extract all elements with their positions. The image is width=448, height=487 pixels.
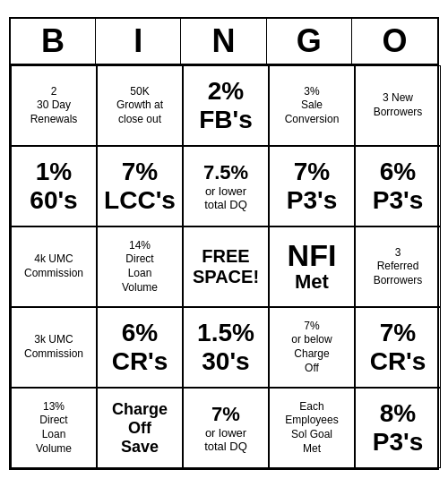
- bingo-cell-r5c4: EachEmployeesSol GoalMet: [269, 388, 355, 468]
- bingo-cell-r2c4: 7%P3's: [269, 146, 355, 226]
- bingo-cell-r1c1: 230 DayRenewals: [11, 65, 97, 146]
- bingo-cell-r4c2: 6%CR's: [97, 307, 183, 388]
- bingo-cell-r4c4: 7%or belowChargeOff: [269, 307, 355, 388]
- bingo-cell-r2c1: 1%60's: [11, 146, 97, 226]
- bingo-cell-r2c2: 7%LCC's: [97, 146, 183, 226]
- header-letter: O: [352, 19, 437, 64]
- bingo-grid: 230 DayRenewals50KGrowth atclose out2%FB…: [11, 65, 437, 468]
- bingo-cell-r1c4: 3%SaleConversion: [269, 65, 355, 146]
- bingo-header: BINGO: [11, 19, 437, 65]
- bingo-cell-r5c3: 7%or lowertotal DQ: [183, 388, 269, 468]
- header-letter: N: [181, 19, 266, 64]
- bingo-cell-r4c1: 3k UMCCommission: [11, 307, 97, 388]
- bingo-cell-r3c2: 14%DirectLoanVolume: [97, 226, 183, 307]
- bingo-cell-r5c1: 13%DirectLoanVolume: [11, 388, 97, 468]
- bingo-cell-r4c3: 1.5%30's: [183, 307, 269, 388]
- bingo-cell-r2c5: 6%P3's: [355, 146, 441, 226]
- header-letter: B: [11, 19, 96, 64]
- bingo-cell-r3c3: FREESPACE!: [183, 226, 269, 307]
- header-letter: G: [267, 19, 352, 64]
- bingo-cell-r3c4: NFIMet: [269, 226, 355, 307]
- bingo-cell-r1c3: 2%FB's: [183, 65, 269, 146]
- bingo-cell-r1c5: 3 NewBorrowers: [355, 65, 441, 146]
- bingo-cell-r3c5: 3ReferredBorrowers: [355, 226, 441, 307]
- bingo-cell-r2c3: 7.5%or lowertotal DQ: [183, 146, 269, 226]
- bingo-card: BINGO 230 DayRenewals50KGrowth atclose o…: [9, 17, 439, 470]
- header-letter: I: [96, 19, 181, 64]
- bingo-cell-r4c5: 7%CR's: [355, 307, 441, 388]
- bingo-cell-r1c2: 50KGrowth atclose out: [97, 65, 183, 146]
- bingo-cell-r3c1: 4k UMCCommission: [11, 226, 97, 307]
- bingo-cell-r5c5: 8%P3's: [355, 388, 441, 468]
- bingo-cell-r5c2: ChargeOffSave: [97, 388, 183, 468]
